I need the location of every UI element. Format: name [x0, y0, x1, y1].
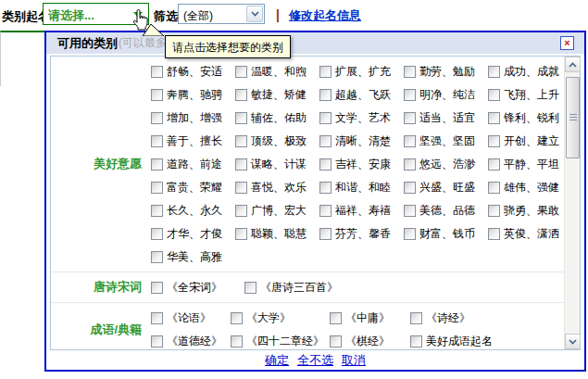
category-option[interactable]: 奔腾、驰骋: [151, 87, 235, 103]
category-option[interactable]: 福祥、寿禧: [319, 203, 404, 219]
category-option[interactable]: 才华、才俊: [151, 226, 235, 242]
checkbox-icon[interactable]: [235, 66, 247, 78]
checkbox-icon[interactable]: [488, 66, 500, 78]
category-option[interactable]: 锋利、锐利: [488, 110, 564, 126]
category-option[interactable]: 吉祥、安康: [319, 157, 404, 172]
category-option[interactable]: 勤劳、勉励: [404, 64, 488, 80]
checkbox-icon[interactable]: [404, 182, 416, 194]
checkbox-icon[interactable]: [151, 182, 163, 194]
category-option[interactable]: 谋略、计谋: [235, 157, 319, 172]
category-option[interactable]: 悠远、浩渺: [404, 157, 488, 172]
deselect-all-link[interactable]: 全不选: [297, 352, 333, 369]
category-option[interactable]: 美好成语起名: [410, 334, 531, 349]
checkbox-icon[interactable]: [488, 228, 500, 240]
category-option[interactable]: 《中庸》: [330, 310, 410, 326]
checkbox-icon[interactable]: [330, 312, 342, 324]
checkbox-icon[interactable]: [404, 112, 416, 124]
category-option[interactable]: 开创、建立: [488, 133, 564, 149]
category-option[interactable]: 《四十二章经》: [231, 334, 330, 349]
checkbox-icon[interactable]: [319, 205, 332, 217]
category-option[interactable]: 文学、艺术: [319, 110, 404, 126]
checkbox-icon[interactable]: [151, 205, 163, 217]
category-option[interactable]: 喜悦、欢乐: [235, 180, 319, 196]
category-option[interactable]: 坚强、坚固: [404, 133, 488, 149]
category-option[interactable]: 《诗经》: [410, 310, 531, 326]
checkbox-icon[interactable]: [231, 312, 243, 324]
checkbox-icon[interactable]: [235, 182, 247, 194]
checkbox-icon[interactable]: [319, 135, 332, 147]
checkbox-icon[interactable]: [319, 228, 332, 240]
category-option[interactable]: 英俊、潇洒: [488, 226, 564, 242]
edit-naming-info-link[interactable]: 修改起名信息: [289, 7, 361, 24]
checkbox-icon[interactable]: [235, 112, 247, 124]
checkbox-icon[interactable]: [488, 89, 500, 101]
filter-select[interactable]: (全部): [178, 4, 265, 24]
checkbox-icon[interactable]: [231, 335, 243, 347]
checkbox-icon[interactable]: [319, 182, 332, 194]
checkbox-icon[interactable]: [488, 135, 500, 147]
confirm-link[interactable]: 确定: [265, 352, 289, 369]
category-option[interactable]: 芬芳、馨香: [319, 226, 404, 242]
checkbox-icon[interactable]: [319, 158, 332, 171]
category-option[interactable]: 舒畅、安适: [151, 64, 235, 80]
checkbox-icon[interactable]: [319, 66, 332, 78]
category-option[interactable]: 辅佐、佑助: [235, 110, 319, 126]
checkbox-icon[interactable]: [404, 135, 416, 147]
checkbox-icon[interactable]: [235, 135, 247, 147]
checkbox-icon[interactable]: [235, 228, 247, 240]
checkbox-icon[interactable]: [404, 89, 416, 101]
checkbox-icon[interactable]: [410, 312, 422, 324]
checkbox-icon[interactable]: [151, 228, 163, 240]
scroll-down-icon[interactable]: [565, 334, 581, 349]
checkbox-icon[interactable]: [488, 112, 500, 124]
checkbox-icon[interactable]: [404, 228, 416, 240]
category-option[interactable]: 《论语》: [151, 310, 231, 326]
checkbox-icon[interactable]: [488, 158, 500, 171]
scrollbar[interactable]: [564, 57, 580, 349]
checkbox-icon[interactable]: [235, 158, 247, 171]
category-option[interactable]: 增加、增强: [151, 110, 235, 126]
checkbox-icon[interactable]: [151, 135, 163, 147]
category-option[interactable]: 富贵、荣耀: [151, 180, 235, 196]
checkbox-icon[interactable]: [151, 112, 163, 124]
category-option[interactable]: 成功、成就: [488, 64, 564, 80]
category-option[interactable]: 敏捷、矫健: [235, 87, 319, 103]
checkbox-icon[interactable]: [151, 89, 163, 101]
category-option[interactable]: 明净、纯洁: [404, 87, 488, 103]
scroll-up-icon[interactable]: [565, 57, 581, 72]
checkbox-icon[interactable]: [330, 335, 342, 347]
category-option[interactable]: 顶级、极致: [235, 133, 319, 149]
category-option[interactable]: 华美、高雅: [151, 249, 235, 265]
checkbox-icon[interactable]: [151, 158, 163, 171]
cancel-link[interactable]: 取消: [342, 352, 366, 369]
category-option[interactable]: 道路、前途: [151, 157, 235, 172]
category-option[interactable]: 善于、擅长: [151, 133, 235, 149]
category-option[interactable]: 《全宋词》: [151, 280, 244, 296]
dropdown-triangle-icon[interactable]: [133, 12, 143, 18]
category-option[interactable]: 广博、宏大: [235, 203, 319, 219]
checkbox-icon[interactable]: [151, 282, 163, 294]
checkbox-icon[interactable]: [410, 335, 422, 347]
checkbox-icon[interactable]: [151, 251, 163, 263]
category-option[interactable]: 美德、品德: [404, 203, 488, 219]
checkbox-icon[interactable]: [404, 205, 416, 217]
checkbox-icon[interactable]: [151, 335, 163, 347]
category-option[interactable]: 温暖、和煦: [235, 64, 319, 80]
close-icon[interactable]: ×: [560, 36, 574, 50]
category-option[interactable]: 雄伟、强健: [488, 180, 564, 196]
category-option[interactable]: 清晰、清楚: [319, 133, 404, 149]
checkbox-icon[interactable]: [488, 205, 500, 217]
checkbox-icon[interactable]: [319, 89, 332, 101]
category-option[interactable]: 骁勇、果敢: [488, 203, 564, 219]
checkbox-icon[interactable]: [404, 158, 416, 171]
checkbox-icon[interactable]: [235, 205, 247, 217]
checkbox-icon[interactable]: [235, 89, 247, 101]
category-option[interactable]: 聪颖、聪慧: [235, 226, 319, 242]
category-option[interactable]: 平静、平坦: [488, 157, 564, 172]
checkbox-icon[interactable]: [319, 112, 332, 124]
chevron-down-icon[interactable]: [246, 6, 263, 22]
category-option[interactable]: 财富、钱币: [404, 226, 488, 242]
category-option[interactable]: 《唐诗三百首》: [244, 280, 338, 296]
category-option[interactable]: 扩展、扩充: [319, 64, 404, 80]
category-option[interactable]: 长久、永久: [151, 203, 235, 219]
